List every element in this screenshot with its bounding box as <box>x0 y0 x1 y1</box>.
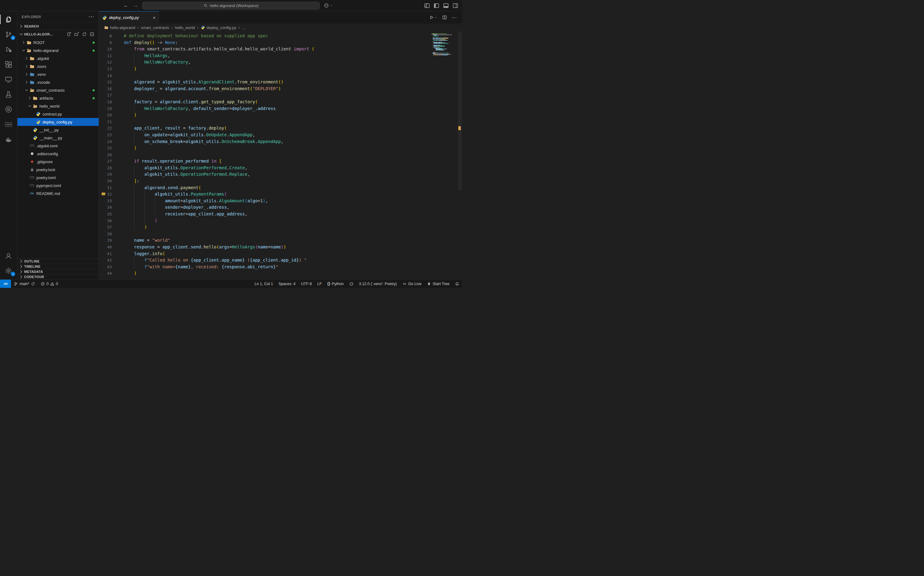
status-notifications[interactable] <box>452 280 462 288</box>
close-tab-button[interactable]: × <box>153 15 155 20</box>
tree-item-__init__.py[interactable]: __init__.py <box>18 126 99 134</box>
status-cursor-position[interactable]: Ln 1, Col 1 <box>252 280 276 288</box>
code-editor[interactable]: 8910111213141516171819202122232425262728… <box>99 32 462 279</box>
status-go-live[interactable]: Go Live <box>400 280 424 288</box>
breadcrumb-hello-world[interactable]: hello_world <box>175 26 195 30</box>
code-line-43[interactable]: f"with name={name}, received: {response.… <box>124 264 431 270</box>
status-copilot[interactable] <box>347 280 356 288</box>
code-line-37[interactable]: ) <box>124 224 431 231</box>
code-line-19[interactable]: HelloWorldFactory, default_sender=deploy… <box>124 106 431 112</box>
code-line-14[interactable] <box>124 72 431 79</box>
status-eol[interactable]: LF <box>315 280 325 288</box>
code-line-17[interactable] <box>124 92 431 99</box>
code-line-40[interactable]: response = app_client.send.hello(args=He… <box>124 244 431 251</box>
code-line-15[interactable]: algorand = algokit_utils.AlgorandClient.… <box>124 79 431 86</box>
breadcrumb-smart-contracts[interactable]: smart_contracts <box>141 26 169 30</box>
status-language[interactable]: {}Python <box>325 280 347 288</box>
activity-run-and-debug[interactable] <box>0 42 17 57</box>
code-line-10[interactable]: from smart_contracts.artifacts.hello_wor… <box>124 46 431 53</box>
status-interpreter[interactable]: 3.12.0 ('.venv': Poetry) <box>356 280 400 288</box>
forward-button[interactable]: → <box>133 3 138 8</box>
tree-item-deploy_config.py[interactable]: deploy_config.py <box>18 118 99 126</box>
run-python-file-button[interactable] <box>429 15 437 20</box>
scrollbar[interactable] <box>458 32 462 279</box>
breadcrumb-deploy-config-py[interactable]: deploy_config.py <box>201 26 237 30</box>
tree-item-.tours[interactable]: .tours <box>18 62 99 70</box>
code-line-44[interactable]: ) <box>124 270 431 277</box>
tree-item-hello_world[interactable]: hello_world <box>18 102 99 110</box>
toggle-secondary-sidebar-button[interactable] <box>452 3 458 8</box>
code-line-39[interactable]: name = "world" <box>124 237 431 244</box>
tree-item-contract.py[interactable]: contract.py <box>18 110 99 118</box>
code-line-8[interactable]: # define deployment behaviour based on s… <box>124 33 431 39</box>
code-line-41[interactable]: logger.info( <box>124 251 431 257</box>
code-line-22[interactable]: app_client, result = factory.deploy( <box>124 125 431 132</box>
search-section-header[interactable]: SEARCH <box>18 22 99 30</box>
code-line-31[interactable]: algorand.send.payment( <box>124 184 431 191</box>
panel-metadata[interactable]: METADATA <box>18 269 99 274</box>
status-indentation[interactable]: Spaces: 4 <box>276 280 298 288</box>
activity-testing[interactable] <box>0 87 17 102</box>
code-line-27[interactable]: if result.operation_performed in [ <box>124 158 431 165</box>
code-line-20[interactable]: ) <box>124 112 431 118</box>
panel-outline[interactable]: OUTLINE <box>18 259 99 264</box>
status-remote[interactable]: >< <box>0 280 11 288</box>
tree-item-README.md[interactable]: README.md <box>18 189 99 197</box>
tree-item-ROOT[interactable]: ROOT <box>18 38 99 46</box>
code-line-11[interactable]: HelloArgs, <box>124 53 431 59</box>
tree-item-artifacts[interactable]: artifacts <box>18 94 99 102</box>
activity-source-control[interactable]: 6 <box>0 27 17 42</box>
tree-item-.gitignore[interactable]: .gitignore <box>18 158 99 166</box>
collapse-folders-button[interactable] <box>90 32 94 37</box>
refresh-explorer-button[interactable] <box>82 32 87 37</box>
code-line-33[interactable]: amount=algokit_utils.AlgoAmount(algo=1), <box>124 198 431 205</box>
command-center-search[interactable]: hello-algorand (Workspace) <box>142 2 320 10</box>
code-line-24[interactable]: on_schema_break=algokit_utils.OnSchemaBr… <box>124 138 431 145</box>
tree-item-.algokit[interactable]: .algokit <box>18 54 99 62</box>
code-line-38[interactable] <box>124 231 431 237</box>
tree-item-poetry.toml[interactable]: [T]poetry.toml <box>18 174 99 181</box>
code-content[interactable]: # define deployment behaviour based on s… <box>117 33 431 279</box>
scrollbar-thumb[interactable] <box>458 32 462 190</box>
back-button[interactable]: ← <box>123 3 128 8</box>
customize-layout-button[interactable] <box>424 3 430 8</box>
code-line-16[interactable]: deployer_ = algorand.account.from_enviro… <box>124 86 431 92</box>
activity-explorer[interactable] <box>0 12 17 27</box>
panel-timeline[interactable]: TIMELINE <box>18 264 99 269</box>
code-line-36[interactable]: ) <box>124 218 431 224</box>
code-line-30[interactable]: ]: <box>124 178 431 184</box>
code-line-25[interactable]: ) <box>124 145 431 152</box>
code-line-26[interactable] <box>124 152 431 158</box>
tree-item-.algokit.toml[interactable]: [T].algokit.toml <box>18 142 99 150</box>
activity-algokit[interactable]: G <box>0 102 17 117</box>
copilot-menu-button[interactable] <box>324 3 333 8</box>
tree-item-.venv[interactable]: .venv <box>18 70 99 78</box>
tree-item-smart_contracts[interactable]: smart_contracts <box>18 86 99 94</box>
codetour-marker-icon[interactable] <box>101 192 106 196</box>
activity-settings[interactable]: 1 <box>0 263 17 278</box>
tab-deploy-config-py[interactable]: deploy_config.py × <box>99 11 159 24</box>
status-start-tree[interactable]: Start Tree <box>424 280 452 288</box>
code-line-28[interactable]: algokit_utils.OperationPerformed.Create, <box>124 165 431 171</box>
activity-accounts[interactable] <box>0 248 17 263</box>
split-editor-button[interactable] <box>442 15 447 20</box>
breadcrumb--[interactable]: … <box>242 26 246 30</box>
code-line-9[interactable]: def deploy() -> None: <box>124 39 431 46</box>
status-encoding[interactable]: UTF-8 <box>298 280 315 288</box>
tree-item-.editorconfig[interactable]: .editorconfig <box>18 150 99 158</box>
code-line-12[interactable]: HelloWorldFactory, <box>124 59 431 66</box>
tree-item-.vscode[interactable]: .vscode <box>18 78 99 86</box>
tree-item-poetry.lock[interactable]: poetry.lock <box>18 166 99 174</box>
code-line-21[interactable] <box>124 118 431 125</box>
code-line-29[interactable]: algokit_utils.OperationPerformed.Replace… <box>124 171 431 178</box>
status-branch[interactable]: main* <box>11 280 38 288</box>
toggle-primary-sidebar-button[interactable] <box>433 3 440 8</box>
code-line-13[interactable]: ) <box>124 66 431 72</box>
minimap[interactable] <box>432 33 457 56</box>
status-problems[interactable]: 00 <box>38 280 61 288</box>
explorer-more-actions-button[interactable]: ··· <box>89 14 95 19</box>
breadcrumb-hello-algorand[interactable]: hello-algorand <box>104 26 135 30</box>
panel-codetour[interactable]: CODETOUR <box>18 274 99 279</box>
new-folder-button[interactable] <box>74 32 79 37</box>
tree-item-__main__.py[interactable]: __main__.py <box>18 134 99 142</box>
